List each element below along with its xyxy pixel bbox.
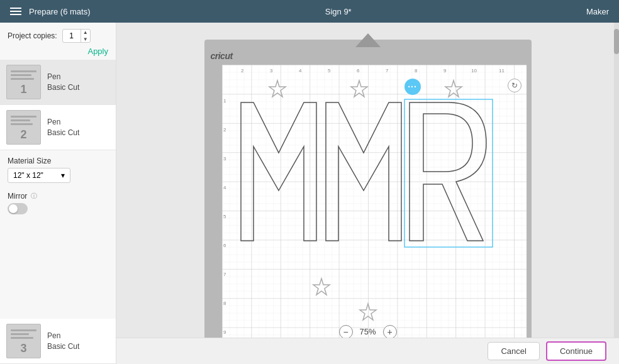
material-value: 12" x 12" (13, 171, 43, 180)
mat-number-2: 2 (20, 128, 26, 141)
mirror-label: Mirror (8, 192, 27, 201)
svg-text:5: 5 (328, 68, 331, 74)
mirror-row: Mirror ⓘ (8, 192, 108, 201)
copies-spinners: ▲ ▼ (81, 29, 90, 43)
continue-button[interactable]: Continue (546, 341, 606, 361)
cricut-logo: cricut (211, 51, 233, 61)
mat-item-2[interactable]: 2 Pen Basic Cut (0, 105, 116, 150)
svg-text:7: 7 (223, 272, 226, 277)
hamburger-menu[interactable] (10, 8, 21, 15)
mat-lines-2 (11, 116, 36, 127)
mat-thumbnail-2: 2 (6, 110, 41, 145)
zoom-in-button[interactable]: + (383, 325, 397, 339)
zoom-out-button[interactable]: − (339, 325, 353, 339)
mat-grid: 2 3 4 5 6 7 8 9 10 11 12 1 2 3 4 5 (222, 65, 527, 343)
svg-text:8: 8 (223, 301, 226, 306)
svg-rect-1 (222, 65, 527, 343)
main-layout: Project copies: ▲ ▼ Apply 1 (0, 23, 619, 364)
mirror-section: Mirror ⓘ (0, 189, 116, 219)
svg-text:3: 3 (270, 68, 273, 74)
mat-info-2: Pen Basic Cut (47, 117, 79, 138)
svg-text:10: 10 (471, 68, 477, 74)
mat-item-3[interactable]: 3 Pen Basic Cut (0, 319, 116, 364)
scrollbar-thumb (614, 29, 619, 54)
toggle-knob (9, 204, 18, 213)
header-left: Prepare (6 mats) (10, 7, 91, 16)
mat-action-dots[interactable]: ··· (404, 79, 421, 95)
prepare-title: Prepare (6 mats) (29, 7, 91, 16)
svg-text:3: 3 (223, 156, 226, 162)
svg-text:5: 5 (223, 214, 226, 219)
zoom-controls: − 75% + (339, 325, 397, 339)
mat-info-3: Pen Basic Cut (47, 331, 79, 352)
mat-number-1: 1 (20, 83, 26, 96)
svg-text:6: 6 (357, 68, 360, 74)
right-scrollbar[interactable] (614, 23, 619, 364)
apply-button[interactable]: Apply (87, 47, 108, 56)
footer: Cancel Continue (116, 338, 619, 364)
dropdown-arrow: ▾ (61, 171, 65, 180)
svg-text:9: 9 (443, 68, 447, 74)
mat-number-3: 3 (20, 342, 26, 355)
mirror-toggle[interactable] (8, 203, 28, 214)
svg-text:2: 2 (223, 127, 226, 133)
mat-header: cricut (204, 40, 532, 65)
svg-text:1: 1 (223, 98, 226, 104)
copies-label: Project copies: (8, 31, 57, 40)
mat-item-1[interactable]: 1 Pen Basic Cut (0, 60, 116, 105)
material-label: Material Size (8, 157, 108, 165)
copies-input-wrap: ▲ ▼ (62, 29, 91, 43)
mat-title-2: Pen Basic Cut (47, 117, 79, 138)
mat-triangle (355, 33, 381, 47)
info-icon: ⓘ (31, 192, 37, 201)
svg-text:7: 7 (386, 68, 389, 74)
zoom-value: 75% (355, 327, 381, 336)
mat-thumbnail-1: 1 (6, 65, 41, 99)
mat-action-rotate[interactable]: ↻ (508, 79, 521, 92)
copies-up[interactable]: ▲ (81, 29, 90, 36)
cancel-button[interactable]: Cancel (488, 342, 539, 360)
copies-row: Project copies: ▲ ▼ (0, 23, 116, 45)
material-section: Material Size 12" x 12" ▾ (0, 150, 116, 189)
canvas-area: cricut (116, 23, 619, 364)
copies-input[interactable] (63, 31, 81, 40)
svg-text:4: 4 (223, 185, 226, 190)
mat-canvas: cricut (204, 40, 532, 348)
svg-text:2: 2 (241, 68, 244, 74)
sidebar: Project copies: ▲ ▼ Apply 1 (0, 23, 116, 364)
svg-text:4: 4 (299, 68, 302, 74)
svg-text:11: 11 (499, 68, 505, 74)
apply-row: Apply (0, 45, 116, 60)
material-select[interactable]: 12" x 12" ▾ (8, 168, 70, 183)
copies-down[interactable]: ▼ (81, 36, 90, 43)
mat-lines-1 (11, 70, 36, 82)
mat-thumbnail-3: 3 (6, 324, 41, 358)
svg-text:9: 9 (223, 329, 226, 335)
mat-title-1: Pen Basic Cut (47, 72, 79, 93)
mat-info-1: Pen Basic Cut (47, 72, 79, 93)
mat-lines-3 (11, 329, 36, 341)
svg-text:6: 6 (223, 243, 226, 248)
mat-title-3: Pen Basic Cut (47, 331, 79, 352)
svg-text:8: 8 (415, 68, 418, 74)
app-header: Prepare (6 mats) Sign 9* Maker (0, 0, 619, 23)
grid-svg: 2 3 4 5 6 7 8 9 10 11 12 1 2 3 4 5 (222, 65, 527, 343)
document-name: Sign 9* (325, 7, 352, 16)
machine-name: Maker (586, 7, 609, 16)
